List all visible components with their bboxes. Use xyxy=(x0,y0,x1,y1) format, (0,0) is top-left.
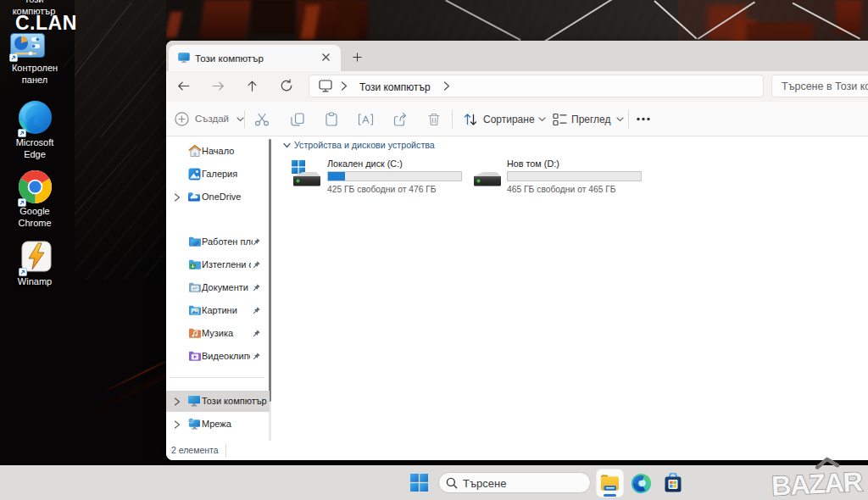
svg-text:BAZAR: BAZAR xyxy=(771,466,863,500)
